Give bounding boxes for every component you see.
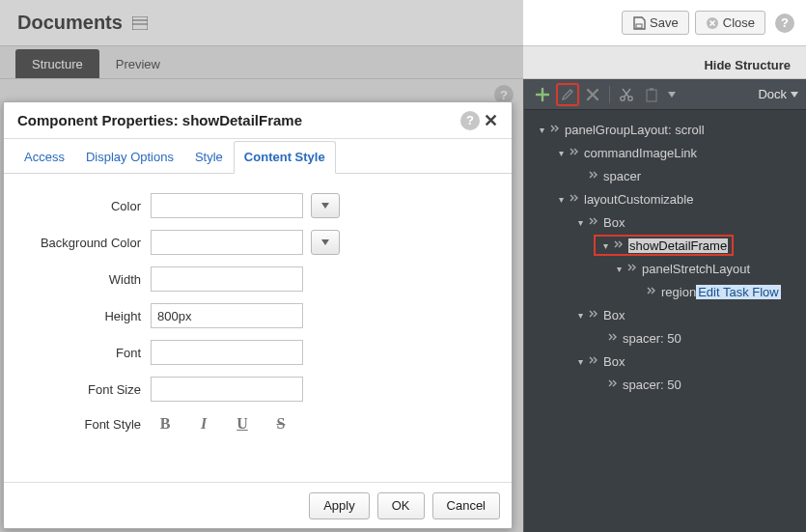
svg-rect-0	[132, 16, 148, 30]
svg-rect-3	[636, 24, 642, 28]
cancel-button[interactable]: Cancel	[432, 492, 500, 519]
hide-structure-link[interactable]: Hide Structure	[704, 58, 791, 78]
svg-rect-7	[647, 90, 656, 101]
add-icon[interactable]	[532, 84, 553, 105]
dialog-close-icon[interactable]: ✕	[480, 110, 502, 131]
tree-node[interactable]: spacer: 50	[532, 373, 802, 396]
dialog-title: Component Properties: showDetailFrame	[17, 112, 302, 128]
close-label: Close	[723, 15, 755, 30]
dialog-help-icon[interactable]: ?	[460, 111, 480, 130]
tree-node[interactable]: ▾layoutCustomizable	[532, 187, 802, 210]
view-tabs-bar: Structure Preview Hide Structure	[0, 46, 806, 79]
font-input[interactable]	[151, 340, 303, 365]
dock-label: Dock	[758, 87, 787, 101]
color-label: Color	[19, 199, 151, 213]
apply-button[interactable]: Apply	[309, 492, 370, 519]
tag-icon	[569, 192, 580, 207]
tree-node[interactable]: ▾Box	[532, 210, 802, 234]
tree-node[interactable]: ▾Box	[532, 350, 802, 373]
content-style-form[interactable]: Color Background Color Width Height Font	[10, 180, 500, 476]
tree-node-label: spacer: 50	[623, 378, 681, 392]
expand-icon[interactable]: ▾	[574, 217, 586, 228]
underline-button[interactable]: U	[232, 413, 253, 434]
bgcolor-input[interactable]	[151, 230, 303, 255]
tag-icon	[607, 378, 619, 392]
tab-content-style[interactable]: Content Style	[234, 141, 336, 174]
expand-icon[interactable]: ▾	[574, 310, 586, 321]
tree-node-label: Box	[603, 354, 625, 369]
italic-button[interactable]: I	[193, 413, 214, 434]
bgcolor-label: Background Color	[19, 236, 151, 250]
font-style-label: Font Style	[19, 417, 151, 432]
expand-icon[interactable]: ▾	[555, 194, 567, 205]
tag-icon	[569, 146, 580, 160]
tag-icon	[549, 123, 561, 137]
delete-icon[interactable]	[582, 84, 603, 105]
help-icon[interactable]: ?	[775, 14, 794, 33]
tag-icon	[613, 238, 625, 253]
tree-node-label: layoutCustomizable	[584, 192, 693, 207]
color-input[interactable]	[151, 193, 303, 218]
tree-node[interactable]: spacer: 50	[532, 326, 802, 350]
tab-preview[interactable]: Preview	[99, 49, 177, 78]
component-properties-dialog: Component Properties: showDetailFrame ? …	[3, 101, 513, 529]
paste-dropdown-icon[interactable]	[666, 84, 678, 105]
cut-icon[interactable]	[616, 84, 637, 105]
tag-icon	[588, 308, 599, 322]
tree-node[interactable]: ▾panelGroupLayout: scroll	[532, 118, 802, 141]
expand-icon[interactable]: ▾	[599, 240, 611, 251]
tree-node[interactable]: ▾Box	[532, 303, 802, 326]
ok-button[interactable]: OK	[377, 492, 425, 519]
tag-icon	[626, 262, 638, 276]
dialog-tabs: Access Display Options Style Content Sty…	[4, 139, 512, 174]
save-button[interactable]: Save	[622, 11, 689, 35]
width-input[interactable]	[151, 266, 303, 292]
close-circle-icon	[706, 16, 719, 30]
tab-access[interactable]: Access	[14, 141, 75, 173]
expand-icon[interactable]: ▾	[574, 356, 586, 367]
height-input[interactable]	[151, 303, 303, 328]
expand-icon[interactable]: ▾	[536, 125, 547, 135]
expand-icon[interactable]: ▾	[555, 148, 567, 158]
close-button[interactable]: Close	[695, 11, 765, 35]
height-label: Height	[19, 309, 151, 323]
toolbar-separator	[609, 86, 610, 103]
tag-icon	[588, 354, 599, 369]
color-dropdown[interactable]	[311, 193, 340, 218]
page-title: Documents	[17, 12, 123, 34]
tree-node-label: panelGroupLayout: scroll	[565, 123, 705, 137]
expand-icon[interactable]: ▾	[613, 264, 625, 274]
save-icon	[632, 16, 646, 30]
tree-node[interactable]: spacer	[532, 164, 802, 187]
font-size-input[interactable]	[151, 377, 303, 402]
tab-structure[interactable]: Structure	[15, 49, 99, 78]
edit-properties-icon[interactable]	[557, 84, 578, 105]
tree-node[interactable]: ▾commandImageLink	[532, 141, 802, 164]
tree-node-label: showDetailFrame	[628, 238, 728, 253]
tree-node[interactable]: region Edit Task Flow	[532, 280, 802, 303]
bgcolor-dropdown[interactable]	[311, 230, 340, 255]
component-tree[interactable]: ▾panelGroupLayout: scroll▾commandImageLi…	[524, 110, 806, 532]
app-header: Documents Save Close ?	[0, 0, 806, 46]
tree-node-label: region	[661, 285, 696, 299]
save-label: Save	[650, 15, 679, 30]
tag-icon	[588, 169, 599, 183]
paste-icon[interactable]	[641, 84, 662, 105]
tab-display-options[interactable]: Display Options	[75, 141, 184, 173]
dock-menu[interactable]: Dock	[758, 87, 798, 101]
edit-task-flow-link[interactable]: Edit Task Flow	[696, 285, 781, 299]
bold-button[interactable]: B	[154, 413, 176, 434]
tree-node-label: spacer	[603, 169, 641, 183]
tree-node-label: spacer: 50	[623, 331, 681, 346]
tab-style[interactable]: Style	[184, 141, 234, 173]
dialog-body: Color Background Color Width Height Font	[4, 174, 512, 482]
dialog-footer: Apply OK Cancel	[4, 482, 512, 528]
tree-node[interactable]: ▾panelStretchLayout	[532, 257, 802, 280]
strikethrough-button[interactable]: S	[270, 413, 292, 434]
tree-node[interactable]: ▾showDetailFrame	[532, 234, 802, 257]
tag-icon	[646, 285, 657, 299]
tag-icon	[607, 331, 619, 346]
documents-icon	[132, 16, 148, 30]
font-label: Font	[19, 346, 151, 360]
tag-icon	[588, 215, 599, 230]
